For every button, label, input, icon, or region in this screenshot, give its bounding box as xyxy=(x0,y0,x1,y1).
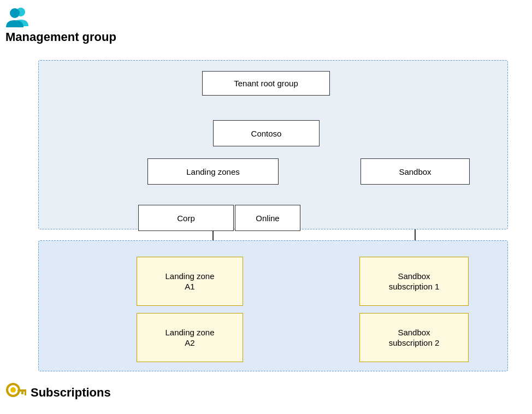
sandbox-box: Sandbox xyxy=(360,158,470,185)
landing-zone-a1-box: Landing zone A1 xyxy=(137,257,243,306)
key-icon xyxy=(5,382,26,403)
sandbox-sub1-box: Sandbox subscription 1 xyxy=(359,257,469,306)
online-box: Online xyxy=(235,205,300,231)
subscriptions-label: Subscriptions xyxy=(5,382,111,403)
landing-zone-a2-box: Landing zone A2 xyxy=(137,313,243,362)
tenant-root-box: Tenant root group xyxy=(202,71,330,96)
landing-zones-box: Landing zones xyxy=(147,158,279,185)
svg-point-16 xyxy=(10,8,20,18)
management-group-label: Management group xyxy=(5,30,116,44)
svg-point-21 xyxy=(10,387,16,393)
header-icon-area xyxy=(5,5,30,27)
users-icon xyxy=(5,5,30,27)
svg-rect-20 xyxy=(21,392,23,394)
contoso-box: Contoso xyxy=(213,120,320,146)
sandbox-sub2-box: Sandbox subscription 2 xyxy=(359,313,469,362)
corp-box: Corp xyxy=(138,205,234,231)
svg-rect-19 xyxy=(25,392,26,395)
svg-rect-18 xyxy=(17,389,26,392)
